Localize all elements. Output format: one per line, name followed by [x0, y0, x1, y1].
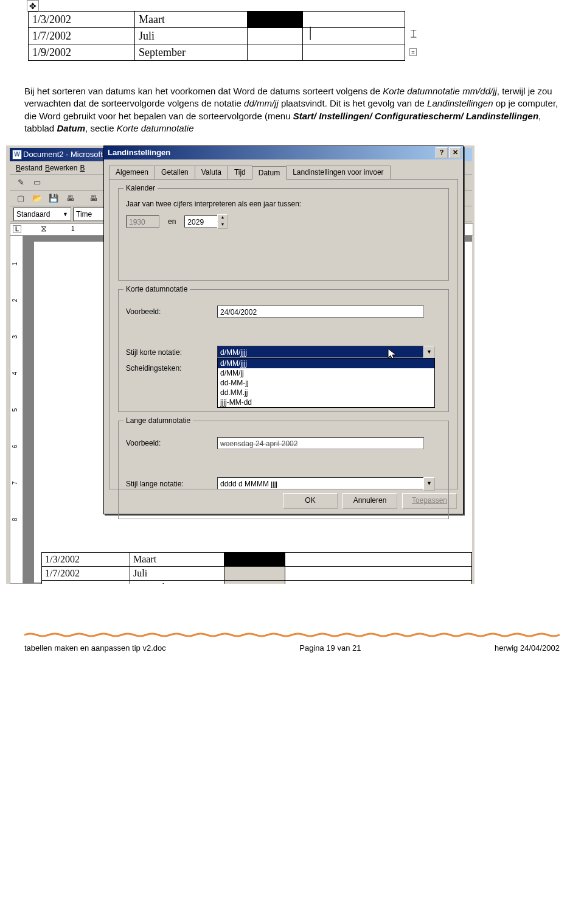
style-combo[interactable]: Standaard ▼ [13, 208, 71, 221]
table-row: 1/7/2002 Juli [42, 567, 472, 581]
voorbeeld-label: Voorbeeld: [126, 439, 217, 447]
open-icon[interactable]: 📂 [30, 192, 44, 205]
save-icon[interactable]: 💾 [46, 192, 61, 205]
voorbeeld-label: Voorbeeld: [126, 307, 217, 316]
dialog-titlebar[interactable]: Landinstellingen ? ✕ [104, 146, 463, 159]
year-spinner[interactable]: ▲ ▼ [217, 214, 228, 229]
stijl-lange-value[interactable]: dddd d MMMM jjjj [217, 477, 424, 489]
tab-tijd[interactable]: Tijd [228, 166, 252, 179]
table-row: 1/9/2002 September ≡ [29, 44, 405, 61]
screenshot-composite: W Document2 - Microsoft Word Bestand Bew… [6, 145, 474, 596]
chevron-down-icon[interactable]: ▼ [423, 477, 435, 491]
group-title: Korte datumnotatie [123, 285, 190, 293]
menu-truncated[interactable]: B [80, 164, 85, 172]
group-title: Kalender [123, 184, 158, 192]
page-footer: tabellen maken en aanpassen tip v2.doc P… [24, 643, 560, 653]
table-move-handle[interactable]: ✥ [27, 0, 39, 12]
shade-cell [248, 28, 303, 44]
dropdown-option[interactable]: dd.MM.jj [218, 388, 434, 397]
dropdown-option[interactable]: d/MM/jj [218, 368, 434, 378]
tab-getallen[interactable]: Getallen [155, 166, 195, 179]
word-app-icon: W [12, 150, 22, 159]
vertical-ruler[interactable]: 1 2 3 4 5 6 7 8 [10, 236, 23, 584]
korte-datum-group: Korte datumnotatie Voorbeeld: 24/04/2002… [118, 289, 449, 412]
tab-body: Kalender Jaar van twee cijfers interpret… [109, 179, 458, 489]
month-cell: Juli [135, 28, 248, 44]
stijl-korte-combo[interactable]: d/MM/jjjj ▼ d/MM/jjjj d/MM/jj dd-MM-jj d… [217, 346, 435, 359]
new-doc-icon[interactable]: ▢ [13, 192, 28, 205]
print-icon[interactable]: 🖶 [63, 192, 77, 205]
year-from-input: 1930 [126, 215, 159, 228]
text-cursor-icon: │ [307, 27, 315, 40]
lange-datum-group: Lange datumnotatie Voorbeeld: woensdag 2… [118, 421, 449, 519]
date-cell: 1/7/2002 [29, 28, 135, 44]
close-button[interactable]: ✕ [449, 147, 461, 158]
empty-cell [302, 12, 405, 28]
voorbeeld-lange-value: woensdag 24 april 2002 [217, 437, 424, 449]
stijl-dropdown-list: d/MM/jjjj d/MM/jj dd-MM-jj dd.MM.jj jjjj… [217, 358, 435, 408]
table-resize-handle-icon[interactable]: ≡ [409, 48, 417, 56]
chevron-down-icon[interactable]: ▼ [423, 346, 435, 359]
stijl-korte-value[interactable]: d/MM/jjjj [217, 346, 424, 358]
date-cell: 1/3/2002 [29, 12, 135, 28]
shade-cell [248, 44, 303, 61]
landinstellingen-dialog: Landinstellingen ? ✕ Algemeen Getallen V… [103, 145, 464, 514]
dropdown-option[interactable]: d/MM/jjjj [218, 359, 434, 368]
menu-bestand[interactable]: Bestand [16, 164, 43, 172]
shade-cell [248, 12, 303, 28]
dialog-tabs: Algemeen Getallen Valuta Tijd Datum Land… [109, 166, 458, 179]
scheiding-label: Scheidingsteken: [126, 364, 217, 373]
footer-filename: tabellen maken en aanpassen tip v2.doc [24, 643, 166, 653]
insertion-caret-icon: ⌶ [411, 28, 417, 39]
dates-table-top: 1/3/2002 Maart 1/7/2002 Juli │ ⌶ 1/9/200… [28, 11, 405, 61]
table-row: 1/3/2002 Maart [29, 12, 405, 28]
dropdown-option[interactable]: dd-MM-jj [218, 378, 434, 388]
empty-cell: ≡ [302, 44, 405, 61]
table-row: 1/9/2002 September [42, 581, 472, 584]
month-cell: Maart [135, 12, 248, 28]
dialog-title-text: Landinstellingen [108, 146, 170, 159]
tab-stop-icon[interactable]: L [13, 225, 21, 233]
dropdown-option[interactable]: jjjj-MM-dd [218, 397, 434, 407]
tab-valuta[interactable]: Valuta [195, 166, 228, 179]
month-cell: September [135, 44, 248, 61]
spin-up-icon[interactable]: ▲ [217, 214, 228, 222]
date-cell: 1/9/2002 [29, 44, 135, 61]
tab-algemeen[interactable]: Algemeen [109, 166, 155, 179]
dates-table-inner: 1/3/2002 Maart 1/7/2002 Juli 1/9/2002 Se… [41, 552, 472, 584]
en-label: en [168, 217, 176, 226]
tab-invoer[interactable]: Landinstellingen voor invoer [286, 166, 390, 179]
eraser-icon[interactable]: ▭ [30, 176, 44, 189]
stijl-lange-label: Stijl lange notatie: [126, 480, 217, 488]
pencil-icon[interactable]: ✎ [13, 176, 28, 189]
footer-page-number: Pagina 19 van 21 [299, 643, 361, 653]
stijl-korte-label: Stijl korte notatie: [126, 348, 217, 357]
tab-datum[interactable]: Datum [252, 166, 287, 180]
stijl-lange-combo[interactable]: dddd d MMMM jjjj ▼ [217, 477, 435, 491]
footer-author-date: herwig 24/04/2002 [495, 643, 560, 653]
group-title: Lange datumnotatie [123, 416, 193, 425]
calendar-label: Jaar van twee cijfers interpreteren als … [126, 200, 441, 208]
year-to-input[interactable]: 2029 [184, 215, 218, 228]
spin-down-icon[interactable]: ▼ [217, 222, 228, 229]
table-row: 1/7/2002 Juli │ ⌶ [29, 28, 405, 44]
footer-separator-icon [24, 632, 560, 637]
print-preview-icon[interactable]: 🖶 [86, 192, 100, 205]
table-row: 1/3/2002 Maart [42, 553, 472, 567]
voorbeeld-value: 24/04/2002 [217, 306, 424, 318]
indent-marker-icon[interactable]: ⧖ [41, 223, 47, 234]
kalender-group: Kalender Jaar van twee cijfers interpret… [118, 188, 449, 281]
empty-cell: │ ⌶ [302, 28, 405, 44]
body-paragraph: Bij het sorteren van datums kan het voor… [24, 85, 560, 135]
menu-bewerken[interactable]: Bewerken [45, 164, 77, 172]
help-button[interactable]: ? [436, 147, 448, 158]
